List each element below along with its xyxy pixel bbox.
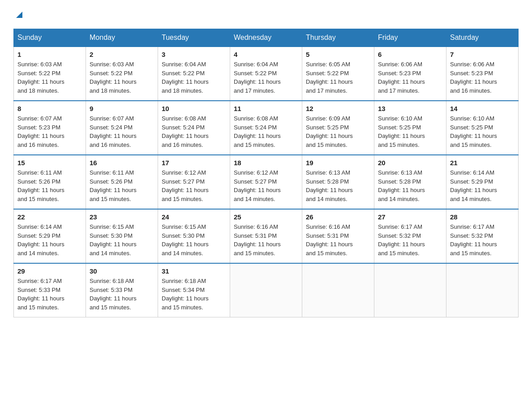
day-number: 7: [450, 51, 515, 58]
day-info: Sunrise: 6:16 AM Sunset: 5:31 PM Dayligh…: [306, 223, 370, 257]
calendar-cell: 15 Sunrise: 6:11 AM Sunset: 5:26 PM Dayl…: [14, 155, 86, 209]
day-number: 3: [162, 51, 226, 58]
calendar-cell: 19 Sunrise: 6:13 AM Sunset: 5:28 PM Dayl…: [302, 155, 374, 209]
day-info: Sunrise: 6:12 AM Sunset: 5:27 PM Dayligh…: [162, 168, 226, 203]
day-number: 19: [306, 159, 370, 167]
calendar-cell: [446, 263, 519, 317]
day-info: Sunrise: 6:04 AM Sunset: 5:22 PM Dayligh…: [234, 60, 298, 95]
day-number: 9: [90, 105, 154, 112]
day-number: 29: [17, 267, 82, 275]
calendar-cell: 18 Sunrise: 6:12 AM Sunset: 5:27 PM Dayl…: [230, 155, 302, 209]
weekday-header-tuesday: Tuesday: [158, 29, 230, 47]
day-info: Sunrise: 6:10 AM Sunset: 5:25 PM Dayligh…: [450, 114, 515, 149]
day-info: Sunrise: 6:11 AM Sunset: 5:26 PM Dayligh…: [90, 168, 154, 203]
calendar-cell: 27 Sunrise: 6:17 AM Sunset: 5:32 PM Dayl…: [374, 209, 446, 263]
calendar-cell: 20 Sunrise: 6:13 AM Sunset: 5:28 PM Dayl…: [374, 155, 446, 209]
day-info: Sunrise: 6:03 AM Sunset: 5:22 PM Dayligh…: [17, 60, 82, 95]
day-number: 11: [234, 105, 298, 112]
day-info: Sunrise: 6:12 AM Sunset: 5:27 PM Dayligh…: [234, 168, 298, 203]
day-info: Sunrise: 6:18 AM Sunset: 5:33 PM Dayligh…: [90, 277, 154, 312]
day-info: Sunrise: 6:08 AM Sunset: 5:24 PM Dayligh…: [234, 114, 298, 149]
day-info: Sunrise: 6:05 AM Sunset: 5:22 PM Dayligh…: [306, 60, 370, 95]
calendar-cell: 24 Sunrise: 6:15 AM Sunset: 5:30 PM Dayl…: [158, 209, 230, 263]
weekday-header-thursday: Thursday: [302, 29, 374, 47]
logo: [13, 9, 24, 20]
day-number: 22: [17, 213, 82, 221]
day-number: 6: [378, 51, 442, 58]
svg-marker-0: [16, 12, 22, 18]
day-info: Sunrise: 6:13 AM Sunset: 5:28 PM Dayligh…: [378, 168, 442, 203]
calendar-cell: 10 Sunrise: 6:08 AM Sunset: 5:24 PM Dayl…: [158, 101, 230, 155]
calendar-cell: 4 Sunrise: 6:04 AM Sunset: 5:22 PM Dayli…: [230, 47, 302, 101]
calendar-cell: 25 Sunrise: 6:16 AM Sunset: 5:31 PM Dayl…: [230, 209, 302, 263]
day-info: Sunrise: 6:07 AM Sunset: 5:24 PM Dayligh…: [90, 114, 154, 149]
day-info: Sunrise: 6:17 AM Sunset: 5:33 PM Dayligh…: [17, 277, 82, 312]
calendar-week-row: 22 Sunrise: 6:14 AM Sunset: 5:29 PM Dayl…: [14, 209, 519, 263]
day-info: Sunrise: 6:14 AM Sunset: 5:29 PM Dayligh…: [17, 223, 82, 257]
day-number: 8: [17, 105, 82, 112]
weekday-header-saturday: Saturday: [446, 29, 519, 47]
logo-triangle-icon: [14, 10, 24, 20]
calendar-header: SundayMondayTuesdayWednesdayThursdayFrid…: [14, 29, 519, 47]
day-number: 2: [90, 51, 154, 58]
day-number: 23: [90, 213, 154, 221]
calendar-cell: 26 Sunrise: 6:16 AM Sunset: 5:31 PM Dayl…: [302, 209, 374, 263]
day-number: 20: [378, 159, 442, 167]
day-number: 25: [234, 213, 298, 221]
day-number: 14: [450, 105, 515, 112]
calendar-cell: 5 Sunrise: 6:05 AM Sunset: 5:22 PM Dayli…: [302, 47, 374, 101]
day-number: 21: [450, 159, 515, 167]
page-header: [13, 9, 519, 20]
calendar-cell: 2 Sunrise: 6:03 AM Sunset: 5:22 PM Dayli…: [86, 47, 158, 101]
day-number: 10: [162, 105, 226, 112]
day-number: 30: [90, 267, 154, 275]
calendar-cell: 6 Sunrise: 6:06 AM Sunset: 5:23 PM Dayli…: [374, 47, 446, 101]
day-number: 13: [378, 105, 442, 112]
weekday-header-row: SundayMondayTuesdayWednesdayThursdayFrid…: [14, 29, 519, 47]
day-info: Sunrise: 6:18 AM Sunset: 5:34 PM Dayligh…: [162, 277, 226, 312]
calendar-cell: 29 Sunrise: 6:17 AM Sunset: 5:33 PM Dayl…: [14, 263, 86, 317]
calendar-table: SundayMondayTuesdayWednesdayThursdayFrid…: [13, 29, 519, 317]
calendar-cell: 28 Sunrise: 6:17 AM Sunset: 5:32 PM Dayl…: [446, 209, 519, 263]
calendar-cell: [302, 263, 374, 317]
day-info: Sunrise: 6:17 AM Sunset: 5:32 PM Dayligh…: [378, 223, 442, 257]
calendar-cell: 31 Sunrise: 6:18 AM Sunset: 5:34 PM Dayl…: [158, 263, 230, 317]
calendar-cell: 21 Sunrise: 6:14 AM Sunset: 5:29 PM Dayl…: [446, 155, 519, 209]
day-number: 12: [306, 105, 370, 112]
calendar-body: 1 Sunrise: 6:03 AM Sunset: 5:22 PM Dayli…: [14, 47, 519, 317]
day-number: 18: [234, 159, 298, 167]
calendar-cell: 23 Sunrise: 6:15 AM Sunset: 5:30 PM Dayl…: [86, 209, 158, 263]
calendar-cell: 14 Sunrise: 6:10 AM Sunset: 5:25 PM Dayl…: [446, 101, 519, 155]
day-number: 26: [306, 213, 370, 221]
day-number: 1: [17, 51, 82, 58]
day-info: Sunrise: 6:04 AM Sunset: 5:22 PM Dayligh…: [162, 60, 226, 95]
calendar-cell: 11 Sunrise: 6:08 AM Sunset: 5:24 PM Dayl…: [230, 101, 302, 155]
calendar-cell: 8 Sunrise: 6:07 AM Sunset: 5:23 PM Dayli…: [14, 101, 86, 155]
calendar-cell: 7 Sunrise: 6:06 AM Sunset: 5:23 PM Dayli…: [446, 47, 519, 101]
day-number: 24: [162, 213, 226, 221]
day-info: Sunrise: 6:07 AM Sunset: 5:23 PM Dayligh…: [17, 114, 82, 149]
day-number: 5: [306, 51, 370, 58]
day-info: Sunrise: 6:15 AM Sunset: 5:30 PM Dayligh…: [162, 223, 226, 257]
calendar-cell: 12 Sunrise: 6:09 AM Sunset: 5:25 PM Dayl…: [302, 101, 374, 155]
calendar-cell: [374, 263, 446, 317]
calendar-week-row: 15 Sunrise: 6:11 AM Sunset: 5:26 PM Dayl…: [14, 155, 519, 209]
weekday-header-wednesday: Wednesday: [230, 29, 302, 47]
calendar-cell: 17 Sunrise: 6:12 AM Sunset: 5:27 PM Dayl…: [158, 155, 230, 209]
day-number: 15: [17, 159, 82, 167]
day-info: Sunrise: 6:17 AM Sunset: 5:32 PM Dayligh…: [450, 223, 515, 257]
calendar-cell: 9 Sunrise: 6:07 AM Sunset: 5:24 PM Dayli…: [86, 101, 158, 155]
day-info: Sunrise: 6:16 AM Sunset: 5:31 PM Dayligh…: [234, 223, 298, 257]
calendar-cell: [230, 263, 302, 317]
day-info: Sunrise: 6:11 AM Sunset: 5:26 PM Dayligh…: [17, 168, 82, 203]
day-info: Sunrise: 6:06 AM Sunset: 5:23 PM Dayligh…: [450, 60, 515, 95]
day-number: 27: [378, 213, 442, 221]
weekday-header-monday: Monday: [86, 29, 158, 47]
calendar-week-row: 8 Sunrise: 6:07 AM Sunset: 5:23 PM Dayli…: [14, 101, 519, 155]
day-info: Sunrise: 6:08 AM Sunset: 5:24 PM Dayligh…: [162, 114, 226, 149]
day-number: 16: [90, 159, 154, 167]
day-number: 31: [162, 267, 226, 275]
day-info: Sunrise: 6:03 AM Sunset: 5:22 PM Dayligh…: [90, 60, 154, 95]
calendar-cell: 16 Sunrise: 6:11 AM Sunset: 5:26 PM Dayl…: [86, 155, 158, 209]
calendar-week-row: 1 Sunrise: 6:03 AM Sunset: 5:22 PM Dayli…: [14, 47, 519, 101]
